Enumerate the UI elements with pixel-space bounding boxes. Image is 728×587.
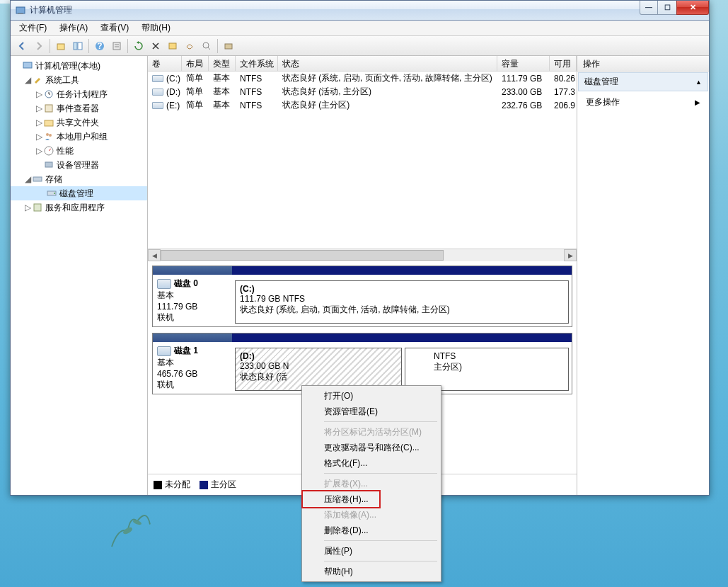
- actions-more[interactable]: 更多操作 ▶: [577, 92, 709, 113]
- svg-point-13: [203, 42, 209, 48]
- help-button[interactable]: ?: [91, 38, 108, 55]
- tree-disk-management[interactable]: 磁盘管理: [11, 186, 147, 200]
- menu-file[interactable]: 文件(F): [13, 21, 52, 35]
- tree-shared-folders[interactable]: ▷共享文件夹: [11, 115, 147, 130]
- ctx-change-drive-letter[interactable]: 更改驱动器号和路径(C)...: [304, 440, 439, 455]
- menu-help[interactable]: 帮助(H): [136, 21, 176, 35]
- tb-icon-3[interactable]: [198, 38, 215, 55]
- back-button[interactable]: [13, 38, 30, 55]
- properties-button[interactable]: [108, 38, 125, 55]
- ctx-shrink[interactable]: 压缩卷(H)...: [304, 491, 439, 507]
- partition-d[interactable]: (D:) 233.00 GB N 状态良好 (活: [235, 348, 402, 391]
- tree-performance[interactable]: ▷性能: [11, 144, 147, 158]
- minimize-button[interactable]: —: [640, 1, 658, 15]
- ctx-delete[interactable]: 删除卷(D)...: [304, 523, 439, 538]
- scroll-thumb[interactable]: [161, 250, 444, 261]
- folder-icon: [43, 117, 54, 128]
- disk-0-block[interactable]: 磁盘 0 基本 111.79 GB 联机 (C:) 111.79 GB NTFS: [152, 266, 572, 327]
- show-hide-button[interactable]: [69, 38, 86, 55]
- tree-services-apps[interactable]: ▷服务和应用程序: [11, 200, 147, 215]
- ctx-open[interactable]: 打开(O): [304, 388, 439, 404]
- computer-icon: [22, 60, 33, 72]
- col-status[interactable]: 状态: [278, 56, 497, 71]
- event-icon: [43, 103, 54, 114]
- maximize-button[interactable]: ☐: [657, 1, 677, 15]
- tree-system-tools[interactable]: ◢ 系统工具: [11, 73, 147, 87]
- svg-rect-27: [34, 204, 41, 211]
- close-button[interactable]: ✕: [676, 1, 709, 15]
- col-layout[interactable]: 布局: [182, 56, 209, 71]
- clock-icon: [43, 89, 54, 100]
- ctx-properties[interactable]: 属性(P): [304, 543, 439, 559]
- svg-rect-12: [169, 43, 176, 49]
- svg-point-20: [46, 133, 49, 136]
- col-fs[interactable]: 文件系统: [236, 56, 278, 71]
- svg-point-26: [54, 193, 55, 194]
- tree-storage[interactable]: ◢存储: [11, 172, 147, 186]
- volume-row[interactable]: (C:)简单基本NTFS状态良好 (系统, 启动, 页面文件, 活动, 故障转储…: [148, 72, 577, 85]
- scroll-right-button[interactable]: ▶: [564, 249, 577, 261]
- volume-icon: [152, 89, 163, 96]
- volume-list-header[interactable]: 卷 布局 类型 文件系统 状态 容量 可用: [148, 56, 577, 72]
- tb-icon-4[interactable]: [220, 38, 237, 55]
- svg-rect-4: [57, 44, 64, 50]
- actions-section-diskmgmt[interactable]: 磁盘管理 ▲: [578, 72, 708, 91]
- ctx-explorer[interactable]: 资源管理器(E): [304, 404, 439, 419]
- collapse-icon[interactable]: ◢: [23, 174, 32, 184]
- disk-0-header: 磁盘 0 基本 111.79 GB 联机: [153, 266, 232, 326]
- menu-action[interactable]: 操作(A): [54, 21, 93, 35]
- svg-rect-6: [78, 42, 82, 50]
- volume-icon: [152, 102, 163, 109]
- ctx-mark-active: 将分区标记为活动分区(M): [304, 424, 439, 440]
- forward-button[interactable]: [30, 38, 47, 55]
- performance-icon: [43, 145, 54, 156]
- svg-point-21: [49, 134, 52, 137]
- volume-row[interactable]: (E:)简单基本NTFS状态良好 (主分区)232.76 GB206.9: [148, 98, 577, 112]
- menu-bar: 文件(F) 操作(A) 查看(V) 帮助(H): [11, 21, 709, 36]
- actions-pane: 操作 磁盘管理 ▲ 更多操作 ▶: [577, 56, 709, 495]
- ctx-help[interactable]: 帮助(H): [304, 564, 439, 579]
- expand-icon[interactable]: ▷: [35, 118, 43, 127]
- collapse-icon: ▲: [695, 79, 702, 86]
- up-button[interactable]: [52, 38, 69, 55]
- tree-event-viewer[interactable]: ▷事件查看器: [11, 101, 147, 115]
- partition-e[interactable]: NTFS 主分区): [405, 348, 569, 391]
- svg-rect-2: [16, 7, 25, 13]
- disk-1-header: 磁盘 1 基本 465.76 GB 联机: [153, 334, 232, 394]
- expand-icon[interactable]: ▷: [35, 89, 43, 99]
- tree-task-scheduler[interactable]: ▷任务计划程序: [11, 87, 147, 101]
- expand-icon[interactable]: ▷: [35, 103, 43, 113]
- delete-button[interactable]: [147, 38, 164, 55]
- svg-rect-3: [18, 13, 23, 14]
- tools-icon: [32, 74, 43, 86]
- tree-pane[interactable]: 计算机管理(本地) ◢ 系统工具 ▷任务计划程序 ▷事件查看器 ▷共享文件夹 ▷…: [11, 56, 148, 495]
- svg-text:?: ?: [97, 41, 102, 51]
- svg-rect-24: [33, 177, 42, 181]
- svg-rect-23: [45, 162, 52, 167]
- tb-icon-2[interactable]: [181, 38, 198, 55]
- partition-c[interactable]: (C:) 111.79 GB NTFS 状态良好 (系统, 启动, 页面文件, …: [235, 280, 569, 324]
- legend-swatch-unalloc: [154, 481, 162, 489]
- volume-row[interactable]: (D:)简单基本NTFS状态良好 (活动, 主分区)233.00 GB177.3: [148, 85, 577, 98]
- expand-icon[interactable]: ▷: [35, 132, 43, 142]
- ctx-format[interactable]: 格式化(F)...: [304, 455, 439, 471]
- tree-device-manager[interactable]: 设备管理器: [11, 158, 147, 172]
- expand-icon[interactable]: ▷: [35, 146, 43, 156]
- col-capacity[interactable]: 容量: [497, 56, 550, 71]
- horizontal-scrollbar[interactable]: ◀ ▶: [148, 249, 577, 261]
- col-volume[interactable]: 卷: [148, 56, 182, 71]
- col-type[interactable]: 类型: [209, 56, 236, 71]
- tree-local-users[interactable]: ▷本地用户和组: [11, 130, 147, 144]
- ctx-extend: 扩展卷(X)...: [304, 476, 439, 491]
- menu-view[interactable]: 查看(V): [95, 21, 134, 35]
- storage-icon: [32, 173, 43, 185]
- tree-root[interactable]: 计算机管理(本地): [11, 59, 147, 73]
- refresh-button[interactable]: [130, 38, 147, 55]
- chevron-right-icon: ▶: [695, 98, 700, 106]
- col-free[interactable]: 可用: [550, 56, 577, 71]
- title-bar[interactable]: 计算机管理 — ☐ ✕: [11, 1, 709, 21]
- tb-icon-1[interactable]: [164, 38, 181, 55]
- expand-icon[interactable]: ▷: [23, 203, 32, 212]
- scroll-left-button[interactable]: ◀: [148, 249, 161, 261]
- collapse-icon[interactable]: ◢: [23, 75, 32, 85]
